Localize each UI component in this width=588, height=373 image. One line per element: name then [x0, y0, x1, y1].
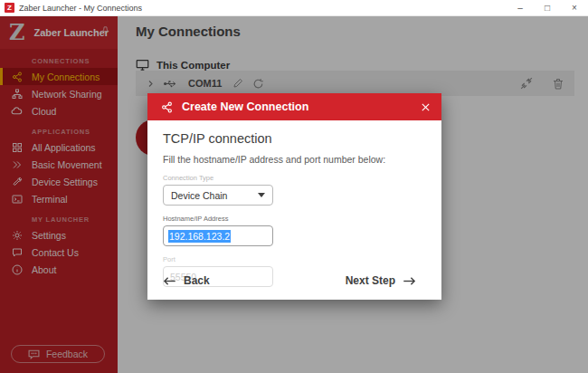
- close-window-button[interactable]: ×: [561, 0, 588, 15]
- modal-actions: Back Next Step: [163, 274, 416, 287]
- chevron-down-icon: [258, 193, 265, 197]
- share-icon: [161, 101, 173, 113]
- titlebar: Z Zaber Launcher - My Connections – □ ×: [0, 0, 588, 16]
- back-button[interactable]: Back: [163, 274, 210, 287]
- next-step-label: Next Step: [346, 274, 395, 287]
- hostname-label: Hostname/IP Address: [163, 215, 426, 223]
- app-icon: Z: [5, 3, 14, 13]
- hostname-value: 192.168.123.2: [168, 230, 231, 243]
- modal-title: Create New Connection: [182, 100, 308, 113]
- connection-type-value: Device Chain: [171, 190, 227, 201]
- connection-type-select[interactable]: Device Chain: [163, 185, 273, 206]
- modal-body: TCP/IP connection Fill the hostname/IP a…: [147, 120, 441, 287]
- modal-heading: TCP/IP connection: [163, 131, 426, 146]
- modal-header: Create New Connection: [147, 93, 441, 120]
- arrow-right-icon: [403, 276, 416, 286]
- port-label: Port: [163, 255, 426, 263]
- app-window: Z Zaber Launcher - My Connections – □ × …: [0, 0, 588, 373]
- close-icon[interactable]: [421, 102, 431, 112]
- connection-type-label: Connection Type: [163, 174, 426, 182]
- window-title: Zaber Launcher - My Connections: [19, 4, 142, 13]
- maximize-button[interactable]: □: [534, 0, 561, 15]
- modal-subtitle: Fill the hostname/IP address and port nu…: [163, 154, 426, 165]
- hostname-input[interactable]: 192.168.123.2: [163, 225, 273, 246]
- minimize-button[interactable]: –: [507, 0, 534, 15]
- back-label: Back: [184, 274, 210, 287]
- arrow-left-icon: [163, 276, 176, 286]
- next-step-button[interactable]: Next Step: [346, 274, 416, 287]
- create-connection-modal: Create New Connection TCP/IP connection …: [147, 93, 441, 300]
- app-body: Z Zaber Launcher CONNECTIONS My Connecti…: [0, 16, 588, 373]
